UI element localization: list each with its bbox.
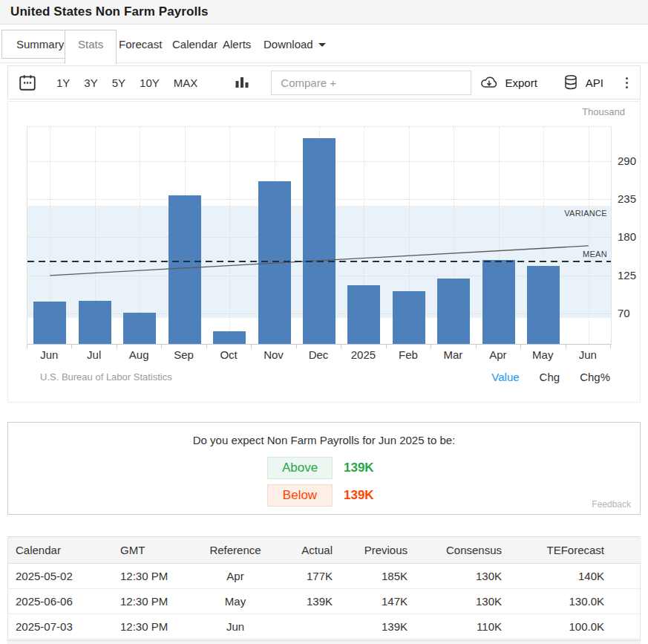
x-tick-mark <box>251 345 252 348</box>
col-header-calendar: Calendar <box>8 537 113 563</box>
table-row[interactable]: 2025-05-0212:30 PMApr177K185K130K140K <box>8 563 641 588</box>
col-header-consensus: Consensus <box>415 537 509 563</box>
cloud-download-icon <box>480 74 499 91</box>
range-button-10y[interactable]: 10Y <box>140 77 160 89</box>
mode-value[interactable]: Value <box>491 371 519 383</box>
tab-stats[interactable]: Stats <box>65 30 117 64</box>
source-attribution: U.S. Bureau of Labor Statistics <box>40 371 172 383</box>
x-tick-mark <box>161 345 162 348</box>
api-label: API <box>586 77 603 89</box>
poll-threshold-value: 139K <box>344 461 381 475</box>
poll-panel: Do you expect Non Farm Payrolls for Jun … <box>7 422 641 515</box>
plot-area: VARIANCEMEAN <box>27 126 612 345</box>
y-tick-label: 180 <box>618 230 636 243</box>
poll-threshold-value: 139K <box>344 488 381 503</box>
mean-line <box>27 261 611 262</box>
chart-panel: Thousand VARIANCEMEAN 70125180235290JunJ… <box>7 101 641 403</box>
chart-footer: U.S. Bureau of Labor Statistics ValueChg… <box>8 371 640 383</box>
chart-type-button[interactable] <box>234 74 250 91</box>
below-button[interactable]: Below <box>267 484 333 507</box>
export-button[interactable]: Export <box>480 74 537 91</box>
date-range-calendar-button[interactable] <box>18 73 37 92</box>
above-button[interactable]: Above <box>267 457 333 479</box>
x-tick-mark <box>206 345 207 348</box>
trend-line <box>27 127 611 344</box>
range-button-5y[interactable]: 5Y <box>112 77 125 89</box>
tab-label: Stats <box>78 38 103 51</box>
col-header-previous: Previous <box>340 537 415 563</box>
table-row[interactable]: 2025-06-0612:30 PMMay139K147K130K130.0K <box>8 588 641 614</box>
cell <box>284 614 340 639</box>
tab-label: Alerts <box>223 38 251 51</box>
cell: 2025-05-02 <box>8 563 113 588</box>
poll-option-row: Above139K <box>8 457 640 479</box>
database-icon <box>562 74 580 91</box>
x-tick-label: Feb <box>386 348 431 361</box>
tab-download[interactable]: Download <box>264 30 326 51</box>
x-tick-mark <box>476 345 477 348</box>
compare-input[interactable] <box>271 71 471 95</box>
chart-toolbar: 1Y3Y5Y10YMAX Export API <box>7 65 641 100</box>
cell: 185K <box>340 563 415 588</box>
range-button-1y[interactable]: 1Y <box>56 77 70 89</box>
x-tick-label: Oct <box>206 348 251 361</box>
x-tick-mark <box>296 345 297 348</box>
x-tick-label: Dec <box>296 348 341 361</box>
y-tick-label: 290 <box>618 155 636 167</box>
tab-alerts[interactable]: Alerts <box>223 30 251 51</box>
mode-chgpct[interactable]: Chg% <box>580 371 610 383</box>
api-button[interactable]: API <box>562 74 603 91</box>
cell: 140K <box>509 563 612 588</box>
tab-bar: SummaryStatsForecastCalendarAlertsDownlo… <box>0 25 648 67</box>
cell: 177K <box>284 563 340 588</box>
x-tick-label: Jun <box>566 348 610 361</box>
cell: 139K <box>340 614 415 639</box>
cell: 2025-07-03 <box>8 614 113 639</box>
chevron-down-icon <box>318 43 326 47</box>
x-tick-mark <box>341 345 341 348</box>
x-tick-label: 2025 <box>341 348 385 361</box>
col-header-reference: Reference <box>187 537 284 563</box>
more-options-button[interactable] <box>626 76 628 89</box>
cell: 130K <box>415 563 509 588</box>
mode-chg[interactable]: Chg <box>540 371 560 383</box>
x-tick-label: Aug <box>117 348 161 361</box>
cell: May <box>187 588 284 614</box>
x-tick-mark <box>520 345 521 348</box>
x-tick-mark <box>566 345 566 348</box>
x-tick-mark <box>431 345 431 348</box>
poll-option-row: Below139K <box>8 484 640 507</box>
tab-calendar[interactable]: Calendar <box>172 30 217 51</box>
range-buttons: 1Y3Y5Y10YMAX <box>56 77 212 89</box>
next-section-partial <box>7 640 641 644</box>
table-row[interactable]: 2025-07-0312:30 PMJun139K110K100.0K <box>8 614 641 639</box>
tab-label: Download <box>264 38 313 51</box>
x-tick-label: Jul <box>71 348 116 361</box>
range-button-max[interactable]: MAX <box>174 77 198 89</box>
tab-label: Calendar <box>172 38 217 51</box>
tab-label: Forecast <box>119 38 162 51</box>
cell: 130K <box>415 588 509 614</box>
x-tick-mark <box>386 345 387 348</box>
table-header: CalendarGMTReferenceActualPreviousConsen… <box>8 537 641 563</box>
cell: Apr <box>187 563 284 588</box>
export-label: Export <box>505 77 537 89</box>
y-axis-unit-label: Thousand <box>582 106 625 117</box>
feedback-link[interactable]: Feedback <box>592 499 631 510</box>
poll-question: Do you expect Non Farm Payrolls for Jun … <box>8 434 640 446</box>
page-title: United States Non Farm Payrolls <box>0 4 209 19</box>
x-tick-label: Apr <box>476 348 520 361</box>
mean-label: MEAN <box>583 250 607 258</box>
variance-label: VARIANCE <box>564 209 607 218</box>
col-header-actual: Actual <box>284 537 340 563</box>
y-tick-label: 70 <box>618 307 630 319</box>
cell: 2025-06-06 <box>8 588 113 614</box>
tab-forecast[interactable]: Forecast <box>119 30 162 51</box>
cell: 12:30 PM <box>113 588 187 614</box>
cell: 110K <box>415 614 509 639</box>
x-tick-mark <box>117 345 117 348</box>
x-tick-label: Mar <box>431 348 475 361</box>
cell: Jun <box>187 614 284 639</box>
cell: 130.0K <box>509 588 612 614</box>
range-button-3y[interactable]: 3Y <box>84 77 97 89</box>
